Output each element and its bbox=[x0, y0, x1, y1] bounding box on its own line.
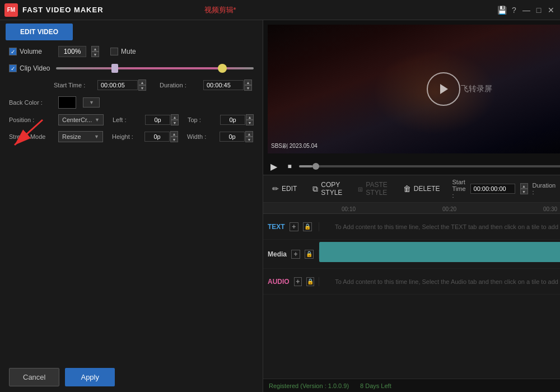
minimize-button[interactable]: — bbox=[522, 6, 531, 15]
copy-style-btn[interactable]: ⧉ COPY STYLE bbox=[309, 179, 346, 198]
duration-input[interactable] bbox=[203, 80, 244, 90]
start-time-up[interactable]: ▲ bbox=[138, 80, 146, 85]
text-track-content: To Add content to this time line, Select… bbox=[319, 214, 560, 239]
height-spinner: ▲ ▼ bbox=[170, 131, 178, 142]
duration-group: ▲ ▼ bbox=[203, 80, 252, 91]
position-row: Position : CenterCr... ▼ Left : ▲ ▼ Top … bbox=[9, 114, 254, 125]
window-controls: 💾 ? — □ ✕ bbox=[497, 6, 556, 15]
audio-track-label: AUDIO + 🔒 bbox=[263, 277, 319, 286]
height-input[interactable] bbox=[144, 132, 170, 142]
ruler-mark-10: 00:10 bbox=[342, 206, 356, 212]
clip-video-checkbox[interactable]: ✓ bbox=[9, 64, 17, 72]
width-group: ▲ ▼ bbox=[220, 131, 253, 142]
mute-checkbox[interactable] bbox=[110, 48, 118, 55]
width-down[interactable]: ▼ bbox=[245, 137, 253, 142]
stretch-mode-label: Stretch Mode bbox=[9, 133, 54, 140]
back-color-label: Back Color : bbox=[9, 99, 54, 106]
media-track-content[interactable]: ⊞ bbox=[319, 240, 560, 268]
play-button[interactable]: ▶ bbox=[268, 160, 280, 172]
width-spinner: ▲ ▼ bbox=[245, 131, 253, 142]
back-color-row: Back Color : ▼ bbox=[9, 96, 254, 109]
clip-handle-right[interactable] bbox=[218, 64, 227, 73]
audio-add-button[interactable]: + bbox=[294, 277, 302, 286]
stop-button[interactable]: ■ bbox=[283, 160, 296, 172]
left-down[interactable]: ▼ bbox=[171, 120, 179, 125]
progress-fill bbox=[299, 165, 312, 167]
stretch-mode-row: Stretch Mode Resize ▼ Height : ▲ ▼ Width… bbox=[9, 131, 254, 142]
timeline-start-spinner: ▲ ▼ bbox=[520, 183, 528, 194]
timeline-start-down[interactable]: ▼ bbox=[520, 189, 528, 194]
volume-down[interactable]: ▼ bbox=[91, 52, 99, 57]
height-up[interactable]: ▲ bbox=[170, 131, 178, 137]
width-label: Width : bbox=[187, 133, 215, 140]
timeline-toolbar: ✏ EDIT ⧉ COPY STYLE ⧆ PASTE STYLE 🗑 DELE… bbox=[263, 175, 560, 203]
left-input[interactable] bbox=[145, 115, 170, 125]
status-bar: Registered (Version : 1.0.0.9) 8 Days Le… bbox=[263, 379, 560, 392]
position-dropdown[interactable]: CenterCr... ▼ bbox=[58, 114, 104, 125]
volume-up[interactable]: ▲ bbox=[91, 46, 99, 52]
buttons-row: Cancel Apply bbox=[0, 362, 263, 392]
media-block[interactable]: ⊞ bbox=[319, 242, 560, 262]
audio-track-content: To Add content to this time line, Select… bbox=[319, 269, 560, 294]
timeline-area: ✏ EDIT ⧉ COPY STYLE ⧆ PASTE STYLE 🗑 DELE… bbox=[263, 175, 560, 379]
start-time-input[interactable] bbox=[97, 80, 138, 90]
back-color-swatch[interactable] bbox=[58, 96, 76, 109]
stretch-mode-dropdown[interactable]: Resize ▼ bbox=[58, 131, 103, 142]
clip-handle-left[interactable] bbox=[111, 64, 118, 73]
top-spinner: ▲ ▼ bbox=[246, 114, 254, 125]
title-bar: FM FAST VIDEO MAKER 视频剪辑* 💾 ? — □ ✕ bbox=[0, 0, 560, 20]
top-group: ▲ ▼ bbox=[220, 114, 254, 125]
height-label: Height : bbox=[112, 133, 140, 140]
left-spinner: ▲ ▼ bbox=[171, 114, 179, 125]
left-panel: EDIT VIDEO ✓ Volume 100% ▲ ▼ Mute bbox=[0, 20, 263, 392]
ruler-mark-30: 00:30 bbox=[543, 206, 557, 212]
maximize-button[interactable]: □ bbox=[534, 6, 543, 15]
left-label: Left : bbox=[113, 116, 141, 123]
start-time-label: Start Time : bbox=[54, 82, 93, 88]
duration-up[interactable]: ▲ bbox=[244, 80, 252, 85]
width-up[interactable]: ▲ bbox=[245, 131, 253, 137]
save-button[interactable]: 💾 bbox=[497, 6, 506, 15]
volume-label: ✓ Volume bbox=[9, 48, 54, 55]
left-up[interactable]: ▲ bbox=[171, 114, 179, 120]
height-down[interactable]: ▼ bbox=[170, 137, 178, 142]
media-add-button[interactable]: + bbox=[291, 250, 300, 259]
duration-down[interactable]: ▼ bbox=[244, 85, 252, 91]
watermark-text: 视频剪辑* bbox=[204, 5, 236, 15]
top-down[interactable]: ▼ bbox=[246, 120, 254, 125]
playback-progress[interactable] bbox=[299, 165, 560, 167]
clip-slider[interactable] bbox=[56, 63, 254, 74]
paste-style-btn[interactable]: ⧆ PASTE STYLE bbox=[354, 179, 390, 198]
timeline-start-up[interactable]: ▲ bbox=[520, 183, 528, 189]
edit-toolbar-btn[interactable]: ✏ EDIT bbox=[269, 183, 300, 195]
help-button[interactable]: ? bbox=[510, 6, 519, 15]
start-time-down[interactable]: ▼ bbox=[138, 85, 146, 91]
color-dropdown-arrow[interactable]: ▼ bbox=[83, 97, 100, 108]
volume-checkbox[interactable]: ✓ bbox=[9, 48, 17, 55]
apply-button[interactable]: Apply bbox=[65, 368, 115, 386]
cancel-button[interactable]: Cancel bbox=[9, 368, 59, 386]
start-time-group: ▲ ▼ bbox=[97, 80, 146, 91]
play-overlay-circle bbox=[427, 72, 460, 106]
audio-lock-button[interactable]: 🔒 bbox=[306, 277, 314, 286]
text-track-row: TEXT + 🔒 To Add content to this time lin… bbox=[263, 214, 560, 240]
delete-btn[interactable]: 🗑 DELETE bbox=[400, 183, 444, 195]
volume-value: 100% bbox=[58, 46, 86, 57]
text-track-hint: To Add content to this time line, Select… bbox=[319, 223, 560, 230]
timeline-start-time-input[interactable] bbox=[470, 184, 515, 194]
close-button[interactable]: ✕ bbox=[547, 6, 556, 15]
top-input[interactable] bbox=[220, 115, 245, 125]
media-track-row: Media + 🔒 ⊞ bbox=[263, 240, 560, 269]
mute-group: Mute bbox=[110, 48, 136, 55]
media-lock-button[interactable]: 🔒 bbox=[305, 250, 314, 259]
progress-handle[interactable] bbox=[312, 163, 319, 170]
edit-icon: ✏ bbox=[272, 184, 279, 193]
edit-video-tab[interactable]: EDIT VIDEO bbox=[6, 24, 73, 40]
video-preview: 飞转录屏 12 SBS刷 2023.05.04 ▶ bbox=[268, 25, 560, 153]
top-up[interactable]: ▲ bbox=[246, 114, 254, 120]
text-add-button[interactable]: + bbox=[290, 222, 298, 231]
width-input[interactable] bbox=[220, 132, 245, 142]
text-lock-button[interactable]: 🔒 bbox=[303, 222, 312, 231]
controls-area: ✓ Volume 100% ▲ ▼ Mute ✓ Clip Video bbox=[0, 44, 263, 351]
version-text: Registered (Version : 1.0.0.9) bbox=[269, 382, 349, 389]
